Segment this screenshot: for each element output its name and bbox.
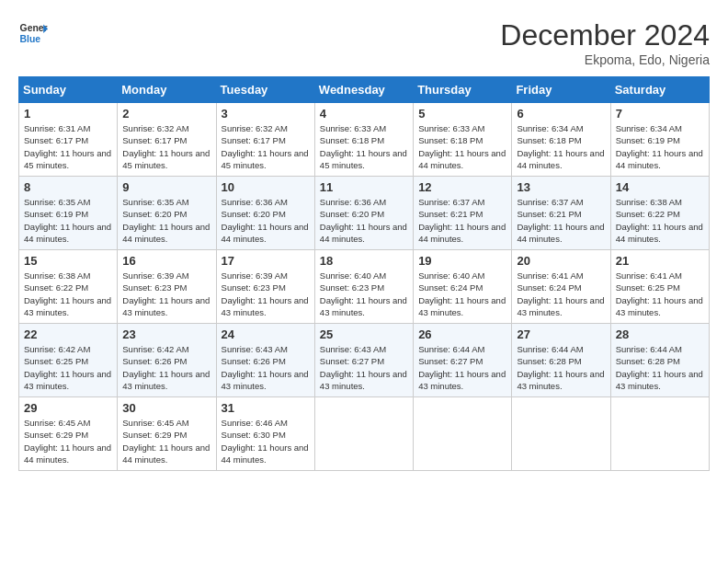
day-number: 10	[222, 180, 310, 194]
day-number: 19	[418, 254, 506, 268]
day-number: 26	[418, 327, 506, 341]
day-info: Sunrise: 6:44 AM Sunset: 6:28 PM Dayligh…	[517, 343, 605, 392]
day-number: 5	[418, 107, 506, 121]
day-info: Sunrise: 6:44 AM Sunset: 6:28 PM Dayligh…	[616, 343, 704, 392]
day-number: 18	[320, 254, 408, 268]
day-info: Sunrise: 6:36 AM Sunset: 6:20 PM Dayligh…	[320, 196, 408, 245]
day-number: 1	[24, 107, 112, 121]
day-number: 15	[24, 254, 112, 268]
day-info: Sunrise: 6:34 AM Sunset: 6:18 PM Dayligh…	[517, 122, 605, 171]
day-number: 11	[320, 180, 408, 194]
table-row: 28 Sunrise: 6:44 AM Sunset: 6:28 PM Dayl…	[610, 324, 709, 397]
table-row: 2 Sunrise: 6:32 AM Sunset: 6:17 PM Dayli…	[118, 103, 216, 177]
logo: General Blue	[18, 18, 48, 48]
location: Ekpoma, Edo, Nigeria	[500, 52, 710, 67]
day-info: Sunrise: 6:31 AM Sunset: 6:17 PM Dayligh…	[24, 122, 112, 171]
page-header: General Blue December 2024 Ekpoma, Edo, …	[18, 18, 710, 67]
table-row: 24 Sunrise: 6:43 AM Sunset: 6:26 PM Dayl…	[216, 324, 314, 397]
day-number: 31	[222, 401, 310, 415]
day-info: Sunrise: 6:42 AM Sunset: 6:25 PM Dayligh…	[24, 343, 112, 392]
day-info: Sunrise: 6:39 AM Sunset: 6:23 PM Dayligh…	[122, 270, 210, 318]
table-row: 22 Sunrise: 6:42 AM Sunset: 6:25 PM Dayl…	[19, 324, 118, 397]
day-number: 28	[616, 327, 704, 341]
table-row: 5 Sunrise: 6:33 AM Sunset: 6:18 PM Dayli…	[414, 103, 512, 177]
day-info: Sunrise: 6:45 AM Sunset: 6:29 PM Dayligh…	[122, 417, 210, 465]
col-friday: Friday	[512, 77, 610, 103]
table-row: 27 Sunrise: 6:44 AM Sunset: 6:28 PM Dayl…	[512, 324, 610, 397]
day-info: Sunrise: 6:40 AM Sunset: 6:24 PM Dayligh…	[418, 270, 506, 318]
day-info: Sunrise: 6:35 AM Sunset: 6:20 PM Dayligh…	[122, 196, 210, 245]
day-info: Sunrise: 6:43 AM Sunset: 6:26 PM Dayligh…	[222, 343, 310, 392]
table-row: 26 Sunrise: 6:44 AM Sunset: 6:27 PM Dayl…	[414, 324, 512, 397]
day-info: Sunrise: 6:40 AM Sunset: 6:23 PM Dayligh…	[320, 270, 408, 318]
calendar-week-3: 15 Sunrise: 6:38 AM Sunset: 6:22 PM Dayl…	[19, 250, 710, 324]
day-number: 17	[222, 254, 310, 268]
table-row: 16 Sunrise: 6:39 AM Sunset: 6:23 PM Dayl…	[118, 250, 216, 324]
day-number: 23	[122, 327, 210, 341]
calendar-week-4: 22 Sunrise: 6:42 AM Sunset: 6:25 PM Dayl…	[19, 324, 710, 397]
day-info: Sunrise: 6:32 AM Sunset: 6:17 PM Dayligh…	[122, 122, 210, 171]
day-info: Sunrise: 6:33 AM Sunset: 6:18 PM Dayligh…	[320, 122, 408, 171]
col-wednesday: Wednesday	[314, 77, 413, 103]
day-info: Sunrise: 6:41 AM Sunset: 6:24 PM Dayligh…	[517, 270, 605, 318]
table-row	[414, 397, 512, 471]
table-row: 31 Sunrise: 6:46 AM Sunset: 6:30 PM Dayl…	[216, 397, 314, 471]
table-row: 3 Sunrise: 6:32 AM Sunset: 6:17 PM Dayli…	[216, 103, 314, 177]
col-sunday: Sunday	[19, 77, 118, 103]
table-row: 11 Sunrise: 6:36 AM Sunset: 6:20 PM Dayl…	[314, 177, 413, 250]
table-row: 29 Sunrise: 6:45 AM Sunset: 6:29 PM Dayl…	[19, 397, 118, 471]
day-number: 25	[320, 327, 408, 341]
day-number: 9	[122, 180, 210, 194]
day-info: Sunrise: 6:45 AM Sunset: 6:29 PM Dayligh…	[24, 417, 112, 465]
svg-text:Blue: Blue	[20, 34, 41, 44]
day-number: 24	[222, 327, 310, 341]
table-row: 15 Sunrise: 6:38 AM Sunset: 6:22 PM Dayl…	[19, 250, 118, 324]
table-row: 6 Sunrise: 6:34 AM Sunset: 6:18 PM Dayli…	[512, 103, 610, 177]
day-number: 12	[418, 180, 506, 194]
calendar-header-row: Sunday Monday Tuesday Wednesday Thursday…	[19, 77, 710, 103]
table-row: 8 Sunrise: 6:35 AM Sunset: 6:19 PM Dayli…	[19, 177, 118, 250]
logo-icon: General Blue	[18, 18, 48, 48]
day-number: 22	[24, 327, 112, 341]
day-number: 13	[517, 180, 605, 194]
day-number: 4	[320, 107, 408, 121]
col-tuesday: Tuesday	[216, 77, 314, 103]
table-row	[512, 397, 610, 471]
day-number: 16	[122, 254, 210, 268]
table-row: 10 Sunrise: 6:36 AM Sunset: 6:20 PM Dayl…	[216, 177, 314, 250]
day-number: 6	[517, 107, 605, 121]
table-row: 7 Sunrise: 6:34 AM Sunset: 6:19 PM Dayli…	[610, 103, 709, 177]
table-row: 17 Sunrise: 6:39 AM Sunset: 6:23 PM Dayl…	[216, 250, 314, 324]
day-number: 3	[222, 107, 310, 121]
day-info: Sunrise: 6:32 AM Sunset: 6:17 PM Dayligh…	[222, 122, 310, 171]
day-info: Sunrise: 6:42 AM Sunset: 6:26 PM Dayligh…	[122, 343, 210, 392]
day-info: Sunrise: 6:44 AM Sunset: 6:27 PM Dayligh…	[418, 343, 506, 392]
col-monday: Monday	[118, 77, 216, 103]
calendar-week-1: 1 Sunrise: 6:31 AM Sunset: 6:17 PM Dayli…	[19, 103, 710, 177]
day-info: Sunrise: 6:36 AM Sunset: 6:20 PM Dayligh…	[222, 196, 310, 245]
day-number: 14	[616, 180, 704, 194]
day-number: 30	[122, 401, 210, 415]
day-number: 27	[517, 327, 605, 341]
day-number: 2	[122, 107, 210, 121]
col-saturday: Saturday	[610, 77, 709, 103]
table-row: 20 Sunrise: 6:41 AM Sunset: 6:24 PM Dayl…	[512, 250, 610, 324]
table-row: 30 Sunrise: 6:45 AM Sunset: 6:29 PM Dayl…	[118, 397, 216, 471]
table-row: 14 Sunrise: 6:38 AM Sunset: 6:22 PM Dayl…	[610, 177, 709, 250]
calendar-week-2: 8 Sunrise: 6:35 AM Sunset: 6:19 PM Dayli…	[19, 177, 710, 250]
day-info: Sunrise: 6:38 AM Sunset: 6:22 PM Dayligh…	[24, 270, 112, 318]
table-row	[610, 397, 709, 471]
table-row	[314, 397, 413, 471]
table-row: 25 Sunrise: 6:43 AM Sunset: 6:27 PM Dayl…	[314, 324, 413, 397]
day-info: Sunrise: 6:38 AM Sunset: 6:22 PM Dayligh…	[616, 196, 704, 245]
table-row: 19 Sunrise: 6:40 AM Sunset: 6:24 PM Dayl…	[414, 250, 512, 324]
day-number: 20	[517, 254, 605, 268]
day-info: Sunrise: 6:46 AM Sunset: 6:30 PM Dayligh…	[222, 417, 310, 465]
title-block: December 2024 Ekpoma, Edo, Nigeria	[500, 18, 710, 67]
day-number: 29	[24, 401, 112, 415]
col-thursday: Thursday	[414, 77, 512, 103]
table-row: 9 Sunrise: 6:35 AM Sunset: 6:20 PM Dayli…	[118, 177, 216, 250]
table-row: 4 Sunrise: 6:33 AM Sunset: 6:18 PM Dayli…	[314, 103, 413, 177]
day-info: Sunrise: 6:37 AM Sunset: 6:21 PM Dayligh…	[517, 196, 605, 245]
table-row: 13 Sunrise: 6:37 AM Sunset: 6:21 PM Dayl…	[512, 177, 610, 250]
